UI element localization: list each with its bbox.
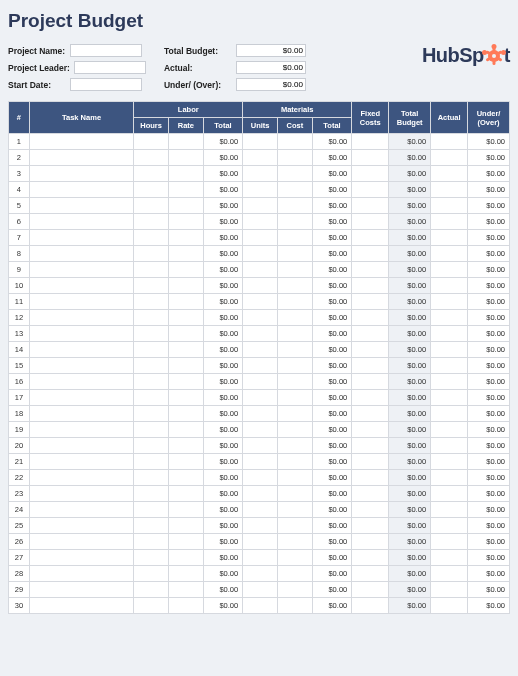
cell-fixed[interactable] [352, 150, 389, 166]
cell-actual[interactable] [431, 486, 468, 502]
cell-actual[interactable] [431, 518, 468, 534]
cell-task[interactable] [29, 454, 133, 470]
cell-units[interactable] [243, 438, 278, 454]
cell-fixed[interactable] [352, 390, 389, 406]
cell-hours[interactable] [134, 518, 169, 534]
cell-cost[interactable] [278, 326, 313, 342]
cell-actual[interactable] [431, 310, 468, 326]
cell-task[interactable] [29, 374, 133, 390]
cell-task[interactable] [29, 230, 133, 246]
cell-fixed[interactable] [352, 486, 389, 502]
cell-hours[interactable] [134, 278, 169, 294]
cell-hours[interactable] [134, 582, 169, 598]
cell-task[interactable] [29, 294, 133, 310]
cell-rate[interactable] [169, 470, 204, 486]
cell-fixed[interactable] [352, 262, 389, 278]
cell-rate[interactable] [169, 598, 204, 614]
cell-fixed[interactable] [352, 470, 389, 486]
cell-cost[interactable] [278, 406, 313, 422]
cell-rate[interactable] [169, 310, 204, 326]
cell-units[interactable] [243, 230, 278, 246]
cell-task[interactable] [29, 582, 133, 598]
cell-actual[interactable] [431, 326, 468, 342]
cell-fixed[interactable] [352, 502, 389, 518]
cell-hours[interactable] [134, 502, 169, 518]
cell-rate[interactable] [169, 198, 204, 214]
cell-fixed[interactable] [352, 454, 389, 470]
cell-hours[interactable] [134, 534, 169, 550]
cell-task[interactable] [29, 438, 133, 454]
cell-fixed[interactable] [352, 566, 389, 582]
cell-rate[interactable] [169, 534, 204, 550]
cell-fixed[interactable] [352, 166, 389, 182]
cell-cost[interactable] [278, 342, 313, 358]
cell-fixed[interactable] [352, 198, 389, 214]
cell-units[interactable] [243, 454, 278, 470]
cell-hours[interactable] [134, 566, 169, 582]
cell-fixed[interactable] [352, 422, 389, 438]
cell-units[interactable] [243, 406, 278, 422]
cell-hours[interactable] [134, 134, 169, 150]
cell-cost[interactable] [278, 486, 313, 502]
cell-cost[interactable] [278, 534, 313, 550]
cell-hours[interactable] [134, 182, 169, 198]
cell-rate[interactable] [169, 342, 204, 358]
cell-cost[interactable] [278, 422, 313, 438]
cell-units[interactable] [243, 582, 278, 598]
cell-task[interactable] [29, 390, 133, 406]
cell-units[interactable] [243, 150, 278, 166]
cell-units[interactable] [243, 486, 278, 502]
cell-hours[interactable] [134, 246, 169, 262]
cell-task[interactable] [29, 326, 133, 342]
cell-task[interactable] [29, 550, 133, 566]
cell-cost[interactable] [278, 150, 313, 166]
cell-hours[interactable] [134, 214, 169, 230]
cell-fixed[interactable] [352, 230, 389, 246]
cell-cost[interactable] [278, 278, 313, 294]
cell-units[interactable] [243, 374, 278, 390]
cell-actual[interactable] [431, 566, 468, 582]
cell-hours[interactable] [134, 454, 169, 470]
cell-units[interactable] [243, 134, 278, 150]
cell-rate[interactable] [169, 230, 204, 246]
start-date-input[interactable] [70, 78, 142, 91]
cell-actual[interactable] [431, 374, 468, 390]
cell-cost[interactable] [278, 166, 313, 182]
cell-actual[interactable] [431, 406, 468, 422]
cell-units[interactable] [243, 182, 278, 198]
cell-rate[interactable] [169, 262, 204, 278]
project-name-input[interactable] [70, 44, 142, 57]
cell-actual[interactable] [431, 230, 468, 246]
cell-actual[interactable] [431, 246, 468, 262]
cell-task[interactable] [29, 566, 133, 582]
cell-actual[interactable] [431, 422, 468, 438]
cell-rate[interactable] [169, 390, 204, 406]
cell-cost[interactable] [278, 390, 313, 406]
cell-hours[interactable] [134, 422, 169, 438]
cell-actual[interactable] [431, 150, 468, 166]
cell-rate[interactable] [169, 406, 204, 422]
cell-rate[interactable] [169, 134, 204, 150]
cell-actual[interactable] [431, 438, 468, 454]
cell-rate[interactable] [169, 150, 204, 166]
cell-cost[interactable] [278, 214, 313, 230]
cell-fixed[interactable] [352, 598, 389, 614]
cell-fixed[interactable] [352, 406, 389, 422]
cell-fixed[interactable] [352, 358, 389, 374]
cell-fixed[interactable] [352, 214, 389, 230]
cell-fixed[interactable] [352, 582, 389, 598]
cell-hours[interactable] [134, 230, 169, 246]
cell-hours[interactable] [134, 262, 169, 278]
cell-units[interactable] [243, 166, 278, 182]
total-budget-input[interactable] [236, 44, 306, 57]
cell-units[interactable] [243, 502, 278, 518]
cell-hours[interactable] [134, 310, 169, 326]
cell-actual[interactable] [431, 390, 468, 406]
cell-units[interactable] [243, 390, 278, 406]
cell-task[interactable] [29, 486, 133, 502]
cell-actual[interactable] [431, 134, 468, 150]
cell-units[interactable] [243, 294, 278, 310]
cell-fixed[interactable] [352, 326, 389, 342]
cell-units[interactable] [243, 566, 278, 582]
cell-fixed[interactable] [352, 182, 389, 198]
